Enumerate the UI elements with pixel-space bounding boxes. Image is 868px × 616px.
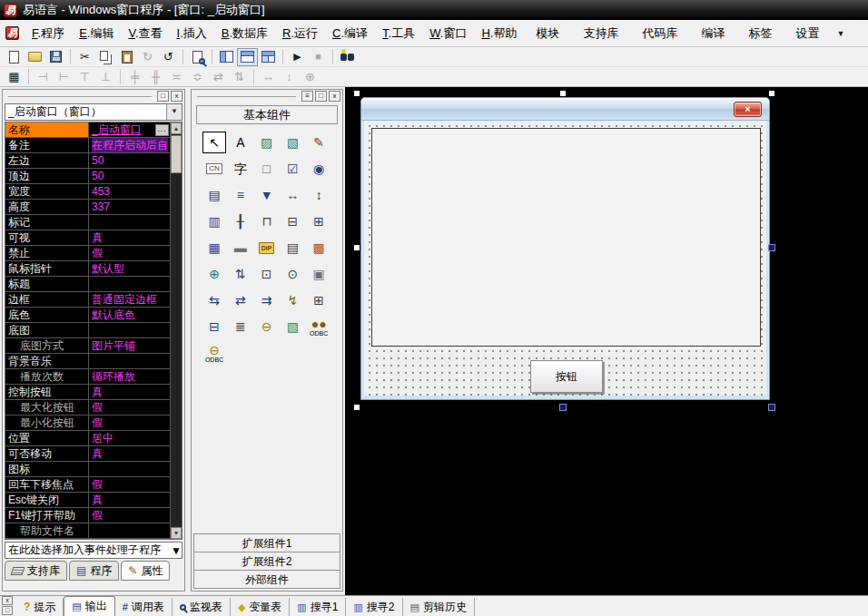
form-handle-top-left[interactable] — [353, 90, 360, 97]
menu-edit[interactable]: E.编辑 — [72, 24, 121, 44]
panel-menu-button[interactable]: ≡ — [301, 91, 313, 102]
component-item-internet-box[interactable]: ⊕ — [202, 263, 226, 285]
property-row[interactable]: 回车下移焦点 假... — [5, 477, 170, 493]
property-value[interactable]: 真... — [89, 230, 170, 245]
scrollbar-thumb[interactable] — [171, 135, 182, 173]
component-item-directory-box[interactable]: DIP — [255, 237, 279, 259]
property-value[interactable]: 循环播放... — [89, 369, 170, 384]
open-file-button[interactable] — [25, 48, 45, 66]
property-value[interactable]: 真... — [89, 385, 170, 399]
component-item-v-scrollbar[interactable]: ↕ — [307, 184, 330, 206]
component-item-slider[interactable]: ╂ — [229, 210, 252, 232]
component-item-printer[interactable]: ▣ — [307, 263, 330, 285]
property-value[interactable]: 50... — [89, 153, 170, 168]
redo-button[interactable]: ↻ — [137, 48, 158, 66]
component-item-odbc-source[interactable]: ●●ODBC — [307, 316, 330, 337]
view-grid-button[interactable] — [258, 48, 279, 66]
preview-button[interactable] — [187, 48, 208, 66]
property-value[interactable]: 假... — [89, 416, 170, 430]
form-handle-top-right[interactable] — [768, 90, 775, 97]
scroll-up-icon[interactable]: ▲ — [171, 122, 182, 134]
stop-button[interactable]: ■ — [308, 48, 329, 66]
form-handle-bottom-right[interactable] — [768, 404, 775, 411]
tab-call-table[interactable]: #调用表 — [115, 598, 173, 616]
ellipsis-button[interactable]: ... — [155, 124, 169, 136]
undo-button[interactable]: ↺ — [158, 48, 179, 66]
property-row[interactable]: 标记 ... — [5, 215, 170, 230]
component-item-remote-socket[interactable]: ⇉ — [255, 289, 279, 311]
component-item-odbc-database[interactable]: ⊖ODBC — [202, 342, 226, 364]
property-value[interactable]: 假... — [89, 246, 170, 260]
view-left-button[interactable] — [216, 48, 237, 66]
basic-components-header[interactable]: 基本组件 — [196, 105, 338, 124]
menu-settings[interactable]: 设置 — [784, 24, 831, 44]
component-item-tab-control[interactable]: ⊓ — [255, 210, 279, 232]
center-h-button[interactable]: ╪ — [124, 68, 145, 86]
component-item-radio-button[interactable]: ◉ — [307, 158, 330, 180]
form-button-control[interactable]: 按钮 — [530, 360, 603, 393]
property-row[interactable]: Esc键关闭 真... — [5, 493, 170, 508]
components-panel-grip[interactable]: ≡ □ x — [192, 90, 342, 103]
property-value[interactable]: 假... — [89, 508, 170, 523]
menu-database[interactable]: B.数据库 — [214, 24, 275, 44]
align-top-button[interactable]: ⊤ — [74, 68, 95, 86]
component-item-h-scrollbar[interactable]: ↔ — [281, 184, 304, 206]
menu-run[interactable]: R.运行 — [275, 24, 325, 44]
form-handle-bottom-center[interactable] — [559, 404, 567, 411]
cut-button[interactable]: ✂ — [74, 48, 95, 66]
object-selector[interactable]: _启动窗口（窗口） ▼ — [5, 103, 182, 121]
tab-search-2[interactable]: ▥搜寻2 — [346, 598, 402, 616]
property-value[interactable]: 默认型... — [89, 261, 170, 276]
menu-labels[interactable]: 标签 — [736, 24, 784, 44]
component-item-rich-edit[interactable]: ✎ — [307, 132, 330, 153]
property-row[interactable]: 宽度 453... — [5, 184, 170, 200]
tab-support-libs[interactable]: 支持库 — [5, 561, 67, 581]
chevron-down-icon[interactable]: ▼ — [831, 27, 850, 40]
property-row[interactable]: 底色 默认底色... — [5, 308, 170, 323]
property-value[interactable]: ... — [89, 215, 170, 230]
panel-close-button[interactable]: x — [171, 91, 182, 102]
property-row[interactable]: 标题 ... — [5, 277, 170, 292]
property-scrollbar[interactable]: ▲ ▼ — [170, 122, 182, 539]
component-item-label[interactable]: A — [229, 132, 252, 153]
property-row[interactable]: 底图方式 图片平铺... — [5, 338, 170, 354]
middle-h-button[interactable]: ≍ — [166, 68, 187, 86]
property-row[interactable]: 高度 337... — [5, 200, 170, 215]
tab-program[interactable]: ▤程序 — [69, 561, 119, 581]
component-item-combo-box[interactable]: ▼ — [255, 184, 279, 206]
property-row[interactable]: 最小化按钮 假... — [5, 416, 170, 431]
output-close-button[interactable]: x — [2, 596, 13, 605]
align-bottom-button[interactable]: ⊥ — [95, 68, 116, 86]
same-height-button[interactable]: ↕ — [279, 68, 300, 86]
new-file-button[interactable] — [4, 48, 25, 66]
property-value[interactable]: 假... — [89, 400, 170, 415]
component-item-connector[interactable]: ↯ — [281, 289, 304, 311]
component-item-checkbox[interactable]: ☑ — [281, 158, 304, 180]
form-grid-button[interactable]: ▦ — [4, 68, 25, 86]
tab-hints[interactable]: ?提示 — [16, 598, 64, 616]
property-value[interactable]: 假... — [89, 477, 170, 492]
property-value[interactable]: 453... — [89, 184, 170, 199]
align-right-button[interactable]: ⊢ — [54, 68, 74, 86]
property-row[interactable]: 可视 真... — [5, 230, 170, 246]
component-item-scroll-group[interactable]: ⊟ — [202, 316, 226, 337]
chevron-down-icon[interactable]: ▼ — [166, 104, 182, 120]
menu-compile[interactable]: C.编译 — [325, 24, 375, 44]
form-handle-top-center[interactable] — [559, 90, 567, 97]
component-item-progress-bar[interactable]: ▥ — [202, 210, 226, 232]
property-value[interactable]: _启动窗口... — [89, 122, 170, 137]
menu-window[interactable]: W.窗口 — [422, 24, 474, 44]
property-row[interactable]: 顶边 50... — [5, 169, 170, 184]
form-child-container[interactable] — [371, 128, 761, 347]
component-item-server-socket[interactable]: ⇄ — [229, 289, 252, 311]
view-top-button[interactable] — [237, 48, 258, 66]
component-item-animation-box[interactable]: ⊟ — [281, 210, 304, 232]
space-v-button[interactable]: ⇅ — [229, 68, 250, 86]
property-row[interactable]: 边框 普通固定边框... — [5, 292, 170, 308]
property-row[interactable]: 备注 在程序启动后自... — [5, 138, 170, 153]
tab-variable-table[interactable]: ◆变量表 — [231, 598, 290, 616]
same-width-button[interactable]: ↔ — [258, 68, 279, 86]
run-button[interactable]: ▶ — [287, 48, 308, 66]
component-item-timer[interactable]: ⊙ — [281, 263, 304, 285]
tab-output[interactable]: ▤输出 — [64, 596, 114, 616]
